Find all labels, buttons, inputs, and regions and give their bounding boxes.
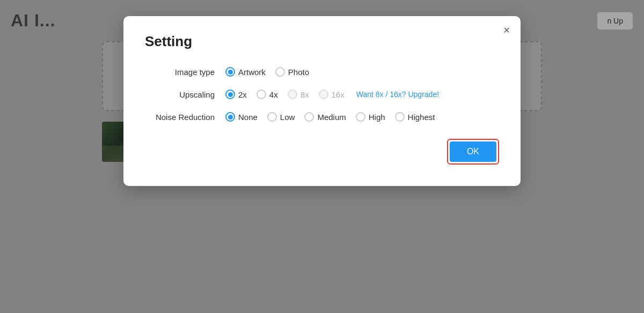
photo-label: Photo bbox=[288, 68, 309, 77]
upscaling-8x-option[interactable]: 8x bbox=[288, 90, 309, 99]
noise-reduction-options: None Low Medium High Highest bbox=[225, 112, 435, 122]
upscaling-16x-circle bbox=[319, 90, 328, 99]
close-button[interactable]: × bbox=[503, 25, 510, 35]
upscaling-row: Upscaling 2x 4x 8x 16x Want 8 bbox=[145, 90, 499, 99]
image-type-options: Artwork Photo bbox=[225, 67, 309, 77]
ok-button-wrapper: OK bbox=[447, 139, 499, 165]
upscaling-8x-circle bbox=[288, 90, 297, 99]
upscaling-label: Upscaling bbox=[145, 90, 225, 99]
noise-none-circle bbox=[225, 112, 235, 122]
noise-low-circle bbox=[267, 112, 277, 122]
noise-none-option[interactable]: None bbox=[225, 112, 258, 122]
noise-highest-circle bbox=[395, 112, 405, 122]
artwork-radio-circle bbox=[225, 67, 235, 77]
upscaling-8x-label: 8x bbox=[301, 90, 309, 99]
noise-medium-option[interactable]: Medium bbox=[304, 112, 346, 122]
modal-overlay: × Setting Image type Artwork Photo Upsca… bbox=[0, 0, 644, 313]
noise-high-label: High bbox=[369, 113, 385, 122]
noise-medium-label: Medium bbox=[317, 113, 346, 122]
upscaling-16x-option[interactable]: 16x bbox=[319, 90, 345, 99]
image-type-row: Image type Artwork Photo bbox=[145, 67, 499, 77]
noise-reduction-row: Noise Reduction None Low Medium High bbox=[145, 112, 499, 122]
upscaling-4x-label: 4x bbox=[269, 90, 278, 99]
noise-reduction-label: Noise Reduction bbox=[145, 113, 225, 122]
modal-title: Setting bbox=[145, 33, 499, 50]
upscaling-2x-circle bbox=[225, 90, 235, 99]
image-type-label: Image type bbox=[145, 68, 225, 77]
noise-medium-circle bbox=[304, 112, 314, 122]
upscaling-2x-option[interactable]: 2x bbox=[225, 90, 247, 99]
artwork-option[interactable]: Artwork bbox=[225, 67, 266, 77]
upscaling-options: 2x 4x 8x 16x Want 8x / 16x? Upgrade! bbox=[225, 90, 439, 99]
noise-highest-option[interactable]: Highest bbox=[395, 112, 435, 122]
upscaling-4x-option[interactable]: 4x bbox=[257, 90, 278, 99]
noise-none-label: None bbox=[238, 113, 258, 122]
ok-button[interactable]: OK bbox=[450, 141, 496, 162]
noise-high-option[interactable]: High bbox=[356, 112, 385, 122]
photo-option[interactable]: Photo bbox=[275, 67, 309, 77]
upscaling-2x-label: 2x bbox=[238, 90, 247, 99]
noise-high-circle bbox=[356, 112, 365, 122]
upscaling-4x-circle bbox=[257, 90, 266, 99]
settings-modal: × Setting Image type Artwork Photo Upsca… bbox=[123, 16, 521, 186]
artwork-label: Artwork bbox=[238, 68, 266, 77]
upgrade-link[interactable]: Want 8x / 16x? Upgrade! bbox=[356, 90, 439, 99]
modal-footer: OK bbox=[145, 139, 499, 165]
noise-low-label: Low bbox=[280, 113, 295, 122]
photo-radio-circle bbox=[275, 67, 285, 77]
upscaling-16x-label: 16x bbox=[332, 90, 345, 99]
noise-low-option[interactable]: Low bbox=[267, 112, 295, 122]
noise-highest-label: Highest bbox=[408, 113, 435, 122]
